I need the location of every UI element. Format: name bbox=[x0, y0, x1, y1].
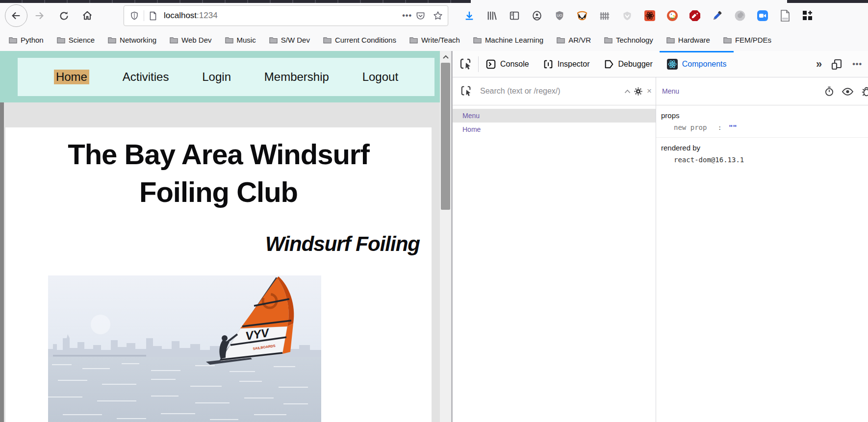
folder-icon bbox=[323, 36, 332, 44]
bookmark-folder-web-dev[interactable]: Web Dev bbox=[170, 36, 211, 44]
responsive-design-icon[interactable] bbox=[831, 58, 842, 70]
react-devtools-icon[interactable] bbox=[642, 8, 657, 23]
debugger-icon bbox=[604, 59, 614, 70]
bookmark-label: Web Dev bbox=[181, 36, 211, 44]
more-tabs-icon[interactable]: » bbox=[816, 58, 821, 71]
props-section: props new prop:"" rendered by react-dom@… bbox=[656, 105, 868, 164]
settings-gear-icon[interactable] bbox=[634, 87, 643, 96]
ublock-origin-icon[interactable]: UO bbox=[552, 8, 567, 23]
bookmark-folder-machine-learning[interactable]: Machine Learning bbox=[473, 36, 543, 44]
devtools-main: × Menu Home Menu bbox=[453, 77, 868, 422]
folder-icon bbox=[473, 36, 482, 44]
page-actions-button[interactable]: ••• bbox=[402, 11, 412, 20]
bookmarks-toolbar: Python Science Networking Web Dev Music … bbox=[0, 28, 868, 51]
folder-icon bbox=[666, 36, 675, 44]
component-row-home[interactable]: Home bbox=[453, 123, 656, 136]
pick-element-button[interactable] bbox=[460, 58, 472, 71]
tab-inspector[interactable]: Inspector bbox=[536, 51, 597, 77]
stop-brush-icon[interactable] bbox=[688, 8, 702, 23]
url-port: :1234 bbox=[197, 11, 218, 20]
rendered-by-label: rendered by bbox=[661, 144, 868, 152]
selected-component-name: Menu bbox=[662, 87, 679, 95]
bookmark-label: Hardware bbox=[678, 36, 710, 44]
account-icon[interactable] bbox=[530, 8, 544, 23]
back-arrow-icon bbox=[11, 10, 22, 21]
tracking-shield-icon[interactable] bbox=[130, 11, 139, 21]
bookmark-folder-ar-vr[interactable]: AR/VR bbox=[557, 36, 591, 44]
bookmark-label: Machine Learning bbox=[485, 36, 543, 44]
folder-icon bbox=[9, 36, 17, 44]
zoom-meeting-icon[interactable] bbox=[755, 8, 770, 23]
folder-icon bbox=[409, 36, 418, 44]
bookmark-folder-sw-dev[interactable]: S/W Dev bbox=[269, 36, 310, 44]
folder-icon bbox=[108, 36, 116, 44]
forward-button[interactable] bbox=[30, 7, 48, 25]
reload-button[interactable] bbox=[55, 7, 73, 25]
screenshot-disabled-icon[interactable] bbox=[733, 8, 747, 23]
tab-components[interactable]: Components bbox=[660, 51, 734, 77]
devtools-toolbar-right: » ••• bbox=[816, 58, 868, 71]
folder-icon bbox=[269, 36, 278, 44]
single-file-icon[interactable] bbox=[778, 8, 792, 23]
page-scrollbar[interactable] bbox=[440, 51, 451, 422]
scrollbar-thumb[interactable] bbox=[441, 63, 450, 210]
folder-icon bbox=[225, 36, 233, 44]
component-row-menu[interactable]: Menu bbox=[453, 109, 656, 123]
fence-icon[interactable] bbox=[597, 8, 612, 23]
pocket-icon[interactable] bbox=[416, 11, 425, 21]
bookmark-folder-music[interactable]: Music bbox=[225, 36, 256, 44]
downloads-icon[interactable] bbox=[462, 8, 477, 23]
tab-console[interactable]: Console bbox=[479, 51, 536, 77]
duckduckgo-icon[interactable] bbox=[665, 8, 680, 23]
folder-icon bbox=[604, 36, 613, 44]
nav-link-activities[interactable]: Activities bbox=[123, 70, 169, 84]
site-nav: Home Activities Login Membership Logout bbox=[18, 58, 434, 96]
color-picker-icon[interactable] bbox=[710, 8, 725, 23]
nav-link-membership[interactable]: Membership bbox=[264, 70, 329, 84]
component-name: Home bbox=[462, 125, 481, 133]
nav-link-login[interactable]: Login bbox=[202, 70, 231, 84]
inspect-dom-eye-icon[interactable] bbox=[842, 88, 853, 96]
address-bar[interactable]: localhost:1234 ••• bbox=[124, 5, 448, 26]
page-info-icon[interactable] bbox=[149, 11, 157, 21]
url-text[interactable]: localhost:1234 bbox=[164, 11, 218, 21]
sidebars-icon[interactable] bbox=[507, 8, 522, 23]
prop-row[interactable]: new prop:"" bbox=[674, 124, 868, 131]
bookmark-folder-science[interactable]: Science bbox=[57, 36, 95, 44]
inspector-icon bbox=[543, 59, 554, 70]
privacy-badger-icon[interactable] bbox=[575, 8, 589, 23]
bookmark-folder-technology[interactable]: Technology bbox=[604, 36, 653, 44]
components-search-input[interactable] bbox=[479, 86, 621, 96]
bookmark-folder-networking[interactable]: Networking bbox=[108, 36, 156, 44]
suspense-stopwatch-icon[interactable] bbox=[824, 86, 834, 97]
tab-label: Debugger bbox=[618, 60, 653, 69]
react-icon bbox=[666, 58, 678, 70]
rendered-by-value: react-dom@16.13.1 bbox=[674, 156, 868, 164]
folder-icon bbox=[557, 36, 565, 44]
log-component-bug-icon[interactable] bbox=[861, 86, 868, 97]
bookmark-folder-fem-pdes[interactable]: FEM/PDEs bbox=[723, 36, 771, 44]
grid-add-icon[interactable] bbox=[800, 8, 815, 23]
bookmark-star-icon[interactable] bbox=[433, 11, 443, 21]
back-button[interactable] bbox=[5, 4, 27, 27]
search-prev-icon[interactable] bbox=[624, 89, 631, 94]
devtools-menu-icon[interactable]: ••• bbox=[852, 60, 862, 69]
bookmark-folder-hardware[interactable]: Hardware bbox=[666, 36, 710, 44]
nav-link-logout[interactable]: Logout bbox=[362, 70, 398, 84]
reload-icon bbox=[59, 11, 69, 21]
home-icon bbox=[82, 10, 93, 21]
shield-disabled-icon[interactable] bbox=[620, 8, 635, 23]
folder-icon bbox=[170, 36, 178, 44]
prop-value[interactable]: "" bbox=[729, 124, 737, 131]
bookmark-folder-write-teach[interactable]: Write/Teach bbox=[409, 36, 460, 44]
bookmark-folder-current-conditions[interactable]: Current Conditions bbox=[323, 36, 396, 44]
nav-link-home[interactable]: Home bbox=[54, 70, 89, 84]
tab-debugger[interactable]: Debugger bbox=[597, 51, 660, 77]
scrollbar-up-button[interactable] bbox=[440, 51, 451, 62]
library-icon[interactable] bbox=[485, 8, 499, 23]
inspect-component-icon[interactable] bbox=[460, 85, 472, 97]
home-button[interactable] bbox=[78, 7, 96, 25]
bookmark-folder-python[interactable]: Python bbox=[9, 36, 44, 44]
clear-search-icon[interactable]: × bbox=[647, 86, 652, 96]
devtools-panel: Console Inspector Debugger Components » … bbox=[453, 51, 868, 422]
